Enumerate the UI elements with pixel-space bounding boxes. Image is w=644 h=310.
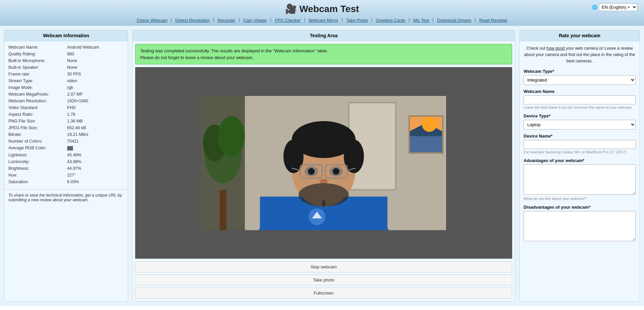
- take-photo-button[interactable]: Take photo: [135, 274, 512, 286]
- webcam-name-hint: Leave the field blank if you do not know…: [524, 105, 636, 109]
- nav-take-photo[interactable]: Take Photo: [344, 17, 370, 23]
- rate-intro-text: Check out how good your web camera is! L…: [524, 45, 636, 64]
- advantages-hint: What do you like about your webcam?: [524, 197, 636, 201]
- nav-check-webcam[interactable]: Check Webcam: [135, 17, 169, 23]
- webcam-info-panel: Webcam Information Webcam Name: Android …: [4, 30, 128, 302]
- color-swatch: [67, 146, 73, 151]
- webcam-type-select[interactable]: Integrated External Built-in: [524, 75, 636, 85]
- table-row: Bitrate: 19.21 MB/s: [8, 131, 124, 138]
- nav-webcam-mirror[interactable]: Webcam Mirror: [307, 17, 340, 23]
- table-row: PNG File Size: 1.36 MB: [8, 118, 124, 124]
- advantages-label: Advantages of your webcam*: [524, 158, 636, 163]
- device-type-select[interactable]: Laptop Desktop Tablet Phone: [524, 120, 636, 130]
- table-row: Quality Rating: 880: [8, 51, 124, 57]
- table-row: Brightness: 44.97%: [8, 165, 124, 172]
- page-header: 🎥 Webcam Test Check Webcam | Detect Reso…: [0, 0, 644, 26]
- advantages-textarea[interactable]: [524, 164, 636, 195]
- webcam-type-group: Webcam Type* Integrated External Built-i…: [524, 69, 636, 85]
- nav-fps-checker[interactable]: FPS Checker: [273, 17, 303, 23]
- translate-icon: 🌐: [592, 5, 597, 10]
- table-row: Webcam MegaPixels: 2.07 MP: [8, 91, 124, 98]
- nav-read-reviews[interactable]: Read Reviews: [477, 17, 509, 23]
- stop-webcam-button[interactable]: Stop webcam: [135, 261, 512, 272]
- table-row: Lightness: 45.49%: [8, 152, 124, 158]
- main-nav: Check Webcam | Detect Resolution | Recor…: [0, 17, 644, 23]
- webcam-name-label: Webcam Name: [524, 89, 636, 94]
- device-name-hint: For example Samsung Galaxy S8+ or MacBoo…: [524, 150, 636, 154]
- table-row: Luminosity: 43.98%: [8, 158, 124, 165]
- table-row: Frame rate: 30 FPS: [8, 71, 124, 78]
- table-row: JPEG File Size: 652.46 kB: [8, 124, 124, 131]
- nav-recorder[interactable]: Recorder: [215, 17, 237, 23]
- success-banner: Testing was completed successfully. The …: [135, 44, 512, 64]
- table-row: Average RGB Color:: [8, 145, 124, 152]
- table-row: Saturation: 6.03%: [8, 178, 124, 185]
- rate-webcam-title: Rate your webcam: [520, 30, 640, 41]
- webcam-info-table: Webcam Name: Android Webcam Quality Rati…: [4, 41, 128, 188]
- webcam-type-label: Webcam Type*: [524, 69, 636, 74]
- webcam-info-title: Webcam Information: [4, 30, 128, 41]
- disadvantages-group: Disadvantages of your webcam*: [524, 205, 636, 242]
- disadvantages-label: Disadvantages of your webcam*: [524, 205, 636, 210]
- nav-detect-resolution[interactable]: Detect Resolution: [173, 17, 212, 23]
- nav-mic-test[interactable]: Mic Test: [411, 17, 431, 23]
- webcam-preview: [135, 67, 512, 259]
- rate-webcam-body: Check out how good your web camera is! L…: [520, 41, 640, 250]
- table-row: Webcam Resolution: 1920×1080: [8, 98, 124, 104]
- nav-download-drivers[interactable]: Download Drivers: [435, 17, 474, 23]
- table-row: Aspect Ratio: 1.78: [8, 111, 124, 118]
- page-title: 🎥 Webcam Test: [0, 3, 644, 14]
- svg-point-4: [218, 116, 245, 156]
- language-selector[interactable]: 🌐 EN (English) +: [592, 3, 637, 11]
- testing-area-body: Testing was completed successfully. The …: [132, 41, 515, 301]
- device-name-group: Device Name* For example Samsung Galaxy …: [524, 134, 636, 154]
- webcam-name-group: Webcam Name Leave the field blank if you…: [524, 89, 636, 109]
- rate-webcam-panel: Rate your webcam Check out how good your…: [519, 30, 640, 302]
- webcam-name-input[interactable]: [524, 95, 636, 104]
- table-row: Built-in Microphone: None: [8, 57, 124, 64]
- device-type-group: Device Type* Laptop Desktop Tablet Phone: [524, 113, 636, 130]
- fullscreen-button[interactable]: Fullscreen: [135, 288, 512, 299]
- svg-point-34: [322, 200, 326, 207]
- advantages-group: Advantages of your webcam* What do you l…: [524, 158, 636, 201]
- svg-rect-11: [410, 136, 442, 152]
- webcam-image: [135, 96, 512, 230]
- testing-area-title: Testing Area: [132, 30, 515, 41]
- device-type-label: Device Type*: [524, 113, 636, 118]
- svg-point-13: [422, 117, 437, 132]
- webcam-info-note: To share or save the technical informati…: [4, 189, 128, 206]
- svg-rect-5: [220, 190, 226, 230]
- svg-point-28: [308, 168, 315, 175]
- device-name-label: Device Name*: [524, 134, 636, 139]
- table-row: Number of Colors: 70421: [8, 138, 124, 145]
- webcam-controls: Stop webcam Take photo Fullscreen: [135, 259, 512, 299]
- main-content: Webcam Information Webcam Name: Android …: [0, 26, 644, 306]
- table-row: Hue: 227°: [8, 172, 124, 178]
- nav-greeting-cards[interactable]: Greeting Cards: [374, 17, 407, 23]
- device-name-input[interactable]: [524, 140, 636, 149]
- testing-area-panel: Testing Area Testing was completed succe…: [132, 30, 515, 302]
- table-row: Webcam Name: Android Webcam: [8, 44, 124, 51]
- svg-point-29: [333, 168, 339, 175]
- table-row: Stream Type: video: [8, 78, 124, 84]
- table-row: Image Mode: rgb: [8, 84, 124, 91]
- table-row: Built-in Speaker: None: [8, 64, 124, 71]
- nav-cam-viewer[interactable]: Cam Viewer: [241, 17, 269, 23]
- language-select[interactable]: EN (English) +: [599, 3, 637, 11]
- table-row: Video Standard: FHD: [8, 104, 124, 111]
- disadvantages-textarea[interactable]: [524, 211, 636, 241]
